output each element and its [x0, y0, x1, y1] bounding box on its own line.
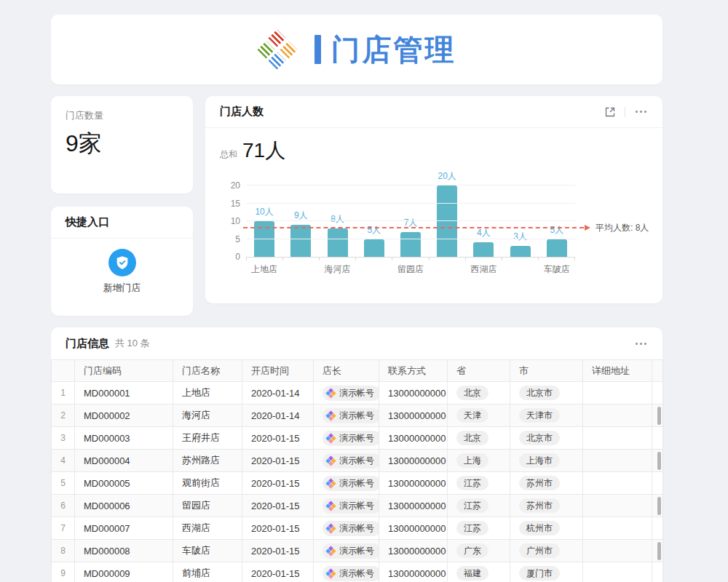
more-options-icon[interactable]	[634, 108, 648, 116]
city-tag: 广州市	[519, 543, 560, 558]
store-name-cell: 观前街店	[173, 472, 242, 495]
phone-cell: 13000000000	[379, 517, 448, 540]
city-tag: 苏州市	[519, 498, 560, 513]
page: 门店管理 门店数量 9家 快捷入口	[51, 0, 662, 582]
province-tag: 天津	[456, 408, 488, 423]
address-cell	[583, 517, 652, 540]
bar-value-label: 10人	[246, 206, 282, 218]
table-row[interactable]: 1MD000001上地店2020-01-14 演示帐号 13000000000北…	[52, 382, 663, 404]
column-header-index	[52, 360, 75, 382]
expand-icon[interactable]	[604, 106, 616, 118]
bar-slot: 4人	[465, 186, 502, 257]
chart-bars: 10人9人8人5人7人20人4人3人5人	[246, 186, 575, 257]
table-row[interactable]: 4MD000004苏州路店2020-01-15 演示帐号 13000000000…	[52, 450, 663, 472]
account-diamond-icon	[325, 501, 336, 511]
province-cell: 广东	[448, 540, 510, 562]
row-index: 8	[52, 540, 75, 562]
city-tag: 厦门市	[519, 566, 560, 581]
open-date-cell: 2020-01-15	[242, 540, 314, 562]
manager-badge: 演示帐号	[323, 431, 379, 446]
address-cell	[583, 427, 652, 450]
bar-value-label: 20人	[429, 170, 465, 183]
table-scrollbar-thumb[interactable]	[657, 407, 661, 425]
city-tag: 北京市	[519, 386, 560, 400]
table-row[interactable]: 6MD000006留园店2020-01-15 演示帐号 13000000000江…	[52, 495, 663, 517]
average-line: 平均人数: 8人	[243, 227, 584, 228]
bar-slot: 5人	[356, 186, 392, 257]
add-store-label: 新增门店	[103, 282, 141, 295]
table-scrollbar-thumb[interactable]	[657, 497, 661, 515]
column-header-sliver	[652, 360, 663, 382]
manager-cell: 演示帐号	[314, 450, 379, 472]
manager-badge: 演示帐号	[323, 543, 379, 559]
table-more-options-icon[interactable]	[634, 340, 648, 348]
manager-badge: 演示帐号	[323, 453, 379, 469]
store-info-card: 门店信息 共 10 条 门店编码门店名称开店时间店长联系方式省市详细地址 1MD…	[51, 327, 662, 582]
gridline	[246, 220, 575, 221]
store-code-cell: MD000009	[75, 562, 173, 582]
row-sliver-cell	[652, 540, 663, 562]
store-name-cell: 留园店	[173, 495, 242, 517]
manager-badge: 演示帐号	[323, 521, 379, 536]
province-cell: 上海	[448, 450, 510, 472]
bar	[400, 232, 421, 257]
store-code-cell: MD000002	[75, 404, 173, 427]
address-city-cell: 天津市	[510, 404, 583, 427]
open-date-cell: 2020-01-14	[242, 382, 314, 404]
table-row[interactable]: 2MD000002海河店2020-01-14 演示帐号 13000000000天…	[52, 404, 663, 427]
phone-cell: 13000000000	[379, 472, 448, 495]
address-cell	[583, 540, 652, 562]
address-city-cell: 上海市	[510, 450, 583, 472]
column-header: 省	[448, 360, 510, 382]
table-row[interactable]: 9MD000009前埔店2020-01-15 演示帐号 13000000000福…	[52, 562, 663, 582]
table-row[interactable]: 7MD000007西湖店2020-01-15 演示帐号 13000000000江…	[52, 517, 663, 540]
province-tag: 江苏	[456, 521, 488, 535]
add-store-button[interactable]	[108, 249, 136, 276]
gridline	[246, 203, 575, 204]
table-scrollbar-thumb[interactable]	[657, 542, 661, 560]
phone-cell: 13000000000	[379, 404, 448, 427]
x-axis-category-label	[502, 263, 539, 276]
manager-badge: 演示帐号	[323, 498, 379, 514]
table-scrollbar-thumb[interactable]	[657, 452, 661, 470]
x-axis-category-label: 海河店	[319, 263, 355, 276]
column-header: 开店时间	[242, 360, 314, 382]
store-count-card: 门店数量 9家	[51, 96, 193, 194]
bar-slot: 8人	[319, 186, 355, 257]
manager-badge: 演示帐号	[323, 566, 379, 581]
table-title: 门店信息	[66, 337, 109, 351]
province-cell: 天津	[448, 404, 510, 427]
address-cell	[583, 450, 652, 472]
manager-badge: 演示帐号	[323, 408, 379, 423]
city-tag: 杭州市	[519, 521, 560, 535]
store-name-cell: 王府井店	[173, 427, 242, 450]
store-code-cell: MD000001	[75, 382, 173, 404]
bar	[547, 239, 567, 258]
manager-badge: 演示帐号	[323, 386, 379, 401]
account-diamond-icon	[325, 478, 336, 489]
x-axis-category-label: 上地店	[246, 263, 282, 276]
table-row[interactable]: 3MD000003王府井店2020-01-15 演示帐号 13000000000…	[52, 427, 663, 450]
manager-cell: 演示帐号	[314, 517, 379, 540]
store-headcount-card: 门店人数 总和 71人 10人	[205, 96, 662, 303]
table-count: 共 10 条	[115, 337, 150, 350]
column-header: 联系方式	[379, 360, 448, 382]
quick-entry-title: 快捷入口	[66, 215, 178, 229]
x-axis-category-label: 车陂店	[539, 263, 575, 276]
manager-cell: 演示帐号	[314, 404, 379, 427]
province-tag: 北京	[456, 386, 488, 400]
table-row[interactable]: 5MD000005观前街店2020-01-15 演示帐号 13000000000…	[52, 472, 663, 495]
x-axis-labels: 上地店海河店留园店西湖店车陂店	[246, 263, 575, 276]
x-axis-category-label	[356, 263, 392, 276]
phone-cell: 13000000000	[379, 382, 448, 404]
province-cell: 北京	[448, 382, 510, 404]
open-date-cell: 2020-01-15	[242, 517, 314, 540]
address-cell	[583, 382, 652, 404]
row-sliver-cell	[652, 450, 663, 472]
table-row[interactable]: 8MD000008车陂店2020-01-15 演示帐号 13000000000广…	[52, 540, 663, 562]
city-tag: 北京市	[519, 431, 560, 445]
x-axis-category-label: 留园店	[392, 263, 429, 276]
manager-cell: 演示帐号	[314, 562, 379, 582]
store-count-value: 9家	[66, 128, 178, 160]
bar-slot: 9人	[282, 186, 319, 257]
